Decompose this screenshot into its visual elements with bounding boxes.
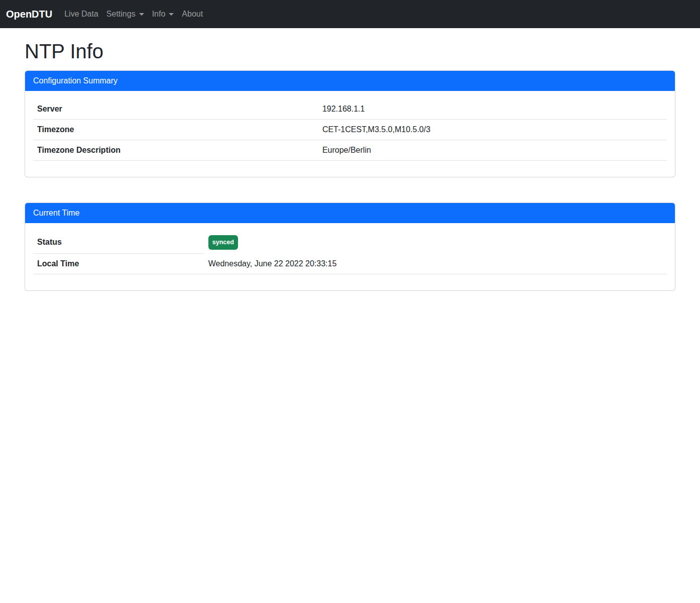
nav-item-info[interactable]: Info	[148, 4, 178, 24]
row-value: 192.168.1.1	[318, 99, 667, 120]
row-value: CET-1CEST,M3.5.0,M10.5.0/3	[318, 120, 667, 140]
row-label: Local Time	[33, 254, 204, 274]
nav-item: About	[178, 4, 207, 24]
page-title: NTP Info	[25, 36, 675, 66]
nav-item: Settings	[102, 4, 148, 24]
row-label: Status	[33, 231, 204, 254]
nav-item: Live Data	[60, 4, 102, 24]
chevron-down-icon	[139, 13, 144, 16]
table-row-local-time: Local Time Wednesday, June 22 2022 20:33…	[33, 254, 667, 274]
table-row-status: Status synced	[33, 231, 667, 254]
nav-item-settings-label: Settings	[106, 8, 136, 20]
nav-item-about[interactable]: About	[178, 4, 207, 24]
nav-item: Info	[148, 4, 178, 24]
status-badge: synced	[208, 235, 238, 250]
row-label: Timezone	[33, 120, 318, 140]
navbar: OpenDTU Live Data Settings Info About	[0, 0, 700, 28]
row-label: Timezone Description	[33, 140, 318, 161]
current-time-card-body: Status synced Local Time Wednesday, June…	[25, 223, 675, 290]
nav-item-settings[interactable]: Settings	[102, 4, 148, 24]
chevron-down-icon	[169, 13, 174, 16]
configuration-summary-card-body: Server 192.168.1.1 Timezone CET-1CEST,M3…	[25, 91, 675, 177]
row-value: Europe/Berlin	[318, 140, 667, 161]
nav-item-info-label: Info	[152, 8, 166, 20]
current-time-card: Current Time Status synced Local Time We…	[25, 203, 675, 291]
current-time-table: Status synced Local Time Wednesday, June…	[33, 231, 667, 274]
configuration-summary-card: Configuration Summary Server 192.168.1.1…	[25, 70, 675, 177]
table-row-timezone-description: Timezone Description Europe/Berlin	[33, 140, 667, 161]
configuration-summary-table: Server 192.168.1.1 Timezone CET-1CEST,M3…	[33, 99, 667, 161]
row-value: synced	[204, 231, 667, 254]
configuration-summary-card-header: Configuration Summary	[25, 71, 675, 91]
table-row-timezone: Timezone CET-1CEST,M3.5.0,M10.5.0/3	[33, 120, 667, 140]
table-row-server: Server 192.168.1.1	[33, 99, 667, 120]
nav-item-live-data[interactable]: Live Data	[60, 4, 102, 24]
main-content: NTP Info Configuration Summary Server 19…	[19, 36, 681, 291]
navbar-nav: Live Data Settings Info About	[60, 4, 207, 24]
row-label: Server	[33, 99, 318, 120]
brand-opendtu[interactable]: OpenDTU	[6, 7, 52, 22]
current-time-card-header: Current Time	[25, 203, 675, 223]
row-value: Wednesday, June 22 2022 20:33:15	[204, 254, 667, 274]
